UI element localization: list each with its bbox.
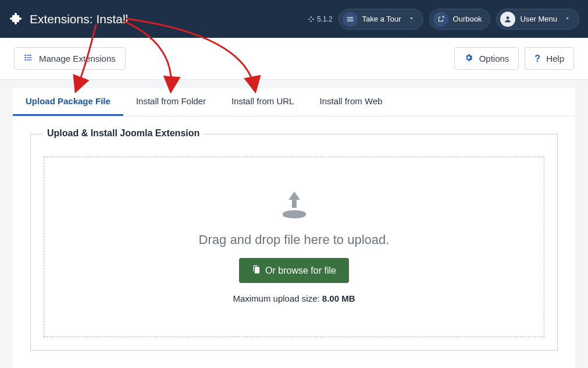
version-badge: 5.1.2 <box>308 15 333 23</box>
help-button[interactable]: ? Help <box>525 47 574 70</box>
options-label: Options <box>479 54 509 63</box>
svg-point-0 <box>507 16 509 19</box>
fieldset-legend: Upload & Install Joomla Extension <box>42 128 204 139</box>
joomla-icon <box>308 16 315 23</box>
tab-label: Install from URL <box>231 96 294 106</box>
content: Upload Package File Install from Folder … <box>0 80 588 368</box>
chevron-down-icon <box>408 15 415 23</box>
user-icon <box>500 12 515 27</box>
header-right: 5.1.2 Take a Tour Ourbook User Menu <box>308 9 579 30</box>
help-label: Help <box>546 54 564 63</box>
tab-install-from-folder[interactable]: Install from Folder <box>123 88 219 116</box>
ourbook-button[interactable]: Ourbook <box>429 9 491 30</box>
page-title: Extensions: Install <box>30 12 128 26</box>
max-upload-size: Maximum upload size: 8.00 MB <box>233 293 355 303</box>
header-left: Extensions: Install <box>9 11 128 27</box>
svg-rect-4 <box>27 57 31 58</box>
svg-point-3 <box>24 57 26 59</box>
tab-label: Upload Package File <box>26 96 111 106</box>
drop-text: Drag and drop file here to upload. <box>199 232 390 247</box>
upload-panel: Upload & Install Joomla Extension Drag a… <box>13 116 575 368</box>
browse-file-button[interactable]: Or browse for file <box>239 258 349 283</box>
svg-point-8 <box>283 210 306 217</box>
user-menu-button[interactable]: User Menu <box>496 9 579 30</box>
upload-fieldset: Upload & Install Joomla Extension Drag a… <box>30 134 558 351</box>
browse-label: Or browse for file <box>265 266 336 276</box>
options-button[interactable]: Options <box>454 47 519 70</box>
svg-point-5 <box>24 59 26 61</box>
tab-upload-package-file[interactable]: Upload Package File <box>13 88 123 116</box>
upload-icon <box>278 190 311 222</box>
version-text: 5.1.2 <box>317 15 333 23</box>
chevron-down-icon <box>564 15 571 23</box>
external-link-icon <box>433 12 448 27</box>
puzzle-icon <box>9 11 23 27</box>
svg-rect-2 <box>27 55 31 55</box>
manage-extensions-button[interactable]: Manage Extensions <box>14 47 126 70</box>
dropzone[interactable]: Drag and drop file here to upload. Or br… <box>44 157 544 337</box>
install-tabs: Upload Package File Install from Folder … <box>13 88 575 116</box>
admin-header: Extensions: Install 5.1.2 Take a Tour Ou… <box>0 0 588 38</box>
tour-icon <box>343 12 358 27</box>
ourbook-label: Ourbook <box>453 15 482 23</box>
tab-label: Install from Web <box>319 96 382 106</box>
svg-rect-6 <box>27 59 31 60</box>
max-size-value: 8.00 MB <box>322 293 355 303</box>
svg-point-1 <box>24 55 26 56</box>
file-copy-icon <box>252 265 261 276</box>
gear-icon <box>464 53 473 64</box>
take-a-tour-label: Take a Tour <box>362 15 401 23</box>
tab-install-from-url[interactable]: Install from URL <box>219 88 307 116</box>
toolbar-right: Options ? Help <box>454 47 574 70</box>
user-menu-label: User Menu <box>520 15 557 23</box>
toolbar: Manage Extensions Options ? Help <box>0 38 588 80</box>
manage-extensions-label: Manage Extensions <box>39 54 116 63</box>
take-a-tour-button[interactable]: Take a Tour <box>338 9 423 30</box>
tab-label: Install from Folder <box>136 96 206 106</box>
list-icon <box>24 53 33 64</box>
question-icon: ? <box>534 54 540 64</box>
tab-install-from-web[interactable]: Install from Web <box>307 88 395 116</box>
max-size-label: Maximum upload size: <box>233 293 322 303</box>
